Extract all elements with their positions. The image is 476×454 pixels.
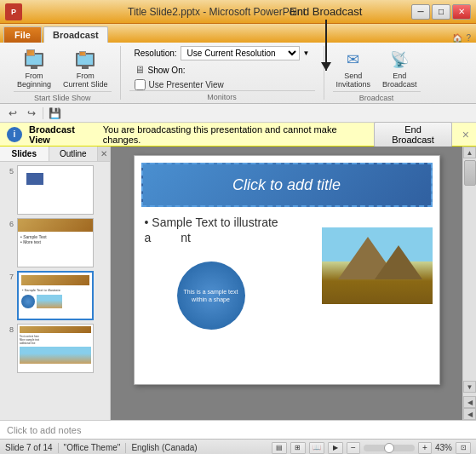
send-invitations-label: SendInvitations [336, 72, 371, 89]
zoom-in-button[interactable]: + [418, 442, 432, 454]
slide-num-7: 7 [3, 271, 14, 281]
zoom-level: 43% [435, 443, 452, 452]
scrollbar-thumb[interactable] [464, 160, 476, 186]
from-beginning-icon [22, 48, 46, 72]
slide6-content: • Sample Text• More text [18, 219, 93, 267]
save-button[interactable]: 💾 [47, 106, 62, 121]
slide-preview-7[interactable]: • Sample Text to illustrate [17, 271, 94, 320]
zoom-thumb [384, 443, 394, 453]
fit-window-button[interactable]: ⊡ [456, 442, 471, 454]
broadcast-close-button[interactable]: × [462, 128, 469, 141]
panel-close-button[interactable]: ✕ [98, 147, 110, 161]
from-beginning-label: FromBeginning [17, 72, 51, 89]
tab-slides[interactable]: Slides [0, 147, 49, 161]
slide-preview-8[interactable]: Text content hereMore sample textadditio… [17, 324, 94, 373]
quick-access-bar: ↩ ↪ 💾 [0, 104, 476, 123]
expand2-button[interactable]: ◀ [463, 408, 476, 420]
ribbon-group-start-slide-show: FromBeginning FromCurrent Slide Start Sl… [5, 46, 121, 100]
from-current-slide-button[interactable]: FromCurrent Slide [60, 46, 112, 91]
close-button[interactable]: ✕ [452, 4, 471, 20]
presenter-view-checkbox[interactable] [135, 79, 146, 90]
maximize-button[interactable]: □ [432, 4, 450, 20]
notes-placeholder: Click to add notes [7, 425, 81, 435]
tab-broadcast[interactable]: Broadcast [43, 26, 108, 43]
slide-thumb-6[interactable]: 6 • Sample Text• More text [3, 218, 106, 267]
send-invitations-icon: ✉ [341, 48, 365, 72]
redo-button[interactable]: ↪ [24, 106, 39, 121]
theme-info: "Office Theme" [64, 443, 121, 452]
slide-main-area: Click to add title • Sample Text to illu… [111, 147, 462, 420]
slide-num-8: 8 [3, 324, 14, 334]
slide7-circle [21, 295, 35, 308]
monitors-group-label: Monitors [129, 90, 315, 101]
status-right-area: ▤ ⊞ 📖 ▶ − + 43% ⊡ [272, 442, 471, 454]
dropdown-arrow-icon: ▼ [303, 49, 310, 57]
slide-title-area: Click to add title [141, 163, 433, 207]
slide-mountain-image [322, 227, 433, 304]
broadcast-view-label: Broadcast View [29, 124, 96, 145]
slide-thumb-7[interactable]: 7 • Sample Text to illustrate [3, 271, 106, 320]
broadcast-info-icon: i [7, 127, 22, 142]
slide5-blue-box [26, 173, 43, 185]
tab-file[interactable]: File [3, 26, 42, 43]
slide-preview-5[interactable] [17, 165, 94, 215]
reading-view-button[interactable]: 📖 [309, 442, 324, 454]
resolution-label: Resolution: [135, 49, 177, 58]
scroll-down-button[interactable]: ▼ [463, 381, 476, 393]
slide-body: • Sample Text to illustrate a nt This is… [135, 210, 439, 385]
slideshow-view-button[interactable]: ▶ [328, 442, 343, 454]
language-info: English (Canada) [131, 443, 197, 452]
circle-text: This is a sample text within a shape [177, 284, 245, 307]
presenter-view-row: Use Presenter View [135, 79, 310, 90]
end-broadcast-ribbon-icon: 📡 [387, 48, 411, 72]
blue-circle-shape: This is a sample text within a shape [177, 261, 245, 330]
broadcast-notification-bar: i Broadcast View You are broadcasting th… [0, 123, 476, 147]
undo-button[interactable]: ↩ [5, 106, 20, 121]
tab-outline[interactable]: Outline [49, 147, 99, 161]
scroll-up-button[interactable]: ▲ [463, 147, 476, 158]
slide-canvas: Click to add title • Sample Text to illu… [134, 155, 440, 385]
slide8-image [20, 347, 91, 364]
ribbon-info-icon[interactable]: ? [466, 33, 471, 43]
expand-button[interactable]: ◀ [463, 396, 476, 408]
ribbon: FromBeginning FromCurrent Slide Start Sl… [0, 43, 476, 104]
status-bar: Slide 7 of 14 "Office Theme" English (Ca… [0, 439, 476, 454]
zoom-out-button[interactable]: − [347, 442, 360, 454]
mountain2 [375, 245, 422, 279]
minimize-button[interactable]: ─ [411, 4, 430, 20]
zoom-slider[interactable] [364, 445, 415, 451]
ribbon-help-icon[interactable]: 🏠 [452, 33, 462, 43]
app-icon: P [5, 3, 22, 20]
from-beginning-button[interactable]: FromBeginning [14, 46, 54, 91]
resolution-row: Resolution: Use Current Resolution ▼ [135, 46, 310, 60]
end-broadcast-ribbon-button[interactable]: 📡 EndBroadcast [379, 46, 421, 91]
ribbon-group-monitors: Resolution: Use Current Resolution ▼ 🖥 S… [121, 46, 324, 100]
slide-thumb-8[interactable]: 8 Text content hereMore sample textaddit… [3, 324, 106, 373]
slide-sorter-button[interactable]: ⊞ [290, 442, 306, 454]
ribbon-tabs: File Broadcast 🏠 ? [0, 24, 476, 43]
slide5-content [18, 166, 93, 214]
right-scrollbar: ▲ ▼ ◀ ◀ [462, 147, 476, 420]
slide7-mountain [37, 295, 62, 308]
resolution-select[interactable]: Use Current Resolution [181, 46, 300, 60]
slides-list: 5 6 • Sample Text• More text [0, 162, 110, 420]
slide-info: Slide 7 of 14 [5, 443, 53, 452]
scrollbar-track [463, 158, 476, 381]
slide-num-6: 6 [3, 218, 14, 228]
slide7-content: • Sample Text to illustrate [19, 273, 92, 319]
ribbon-group-broadcast: ✉ SendInvitations 📡 EndBroadcast Broadca… [324, 46, 429, 100]
slide-thumb-5[interactable]: 5 [3, 165, 106, 215]
broadcast-buttons: ✉ SendInvitations 📡 EndBroadcast [333, 46, 421, 91]
normal-view-button[interactable]: ▤ [272, 442, 287, 454]
broadcast-message: You are broadcasting this presentation a… [103, 124, 368, 145]
main-content-area: Slides Outline ✕ 5 6 [0, 147, 476, 420]
presenter-view-label: Use Presenter View [149, 80, 224, 89]
slide-preview-6[interactable]: • Sample Text• More text [17, 218, 94, 267]
title-bar: P Title Slide2.pptx - Microsoft PowerPoi… [0, 0, 476, 24]
slide8-header [20, 326, 91, 333]
slide6-body: • Sample Text• More text [18, 232, 93, 247]
end-broadcast-bar-button[interactable]: End Broadcast [374, 122, 452, 147]
slide7-header [21, 275, 89, 285]
send-invitations-button[interactable]: ✉ SendInvitations [333, 46, 375, 91]
notes-area[interactable]: Click to add notes [0, 420, 476, 439]
